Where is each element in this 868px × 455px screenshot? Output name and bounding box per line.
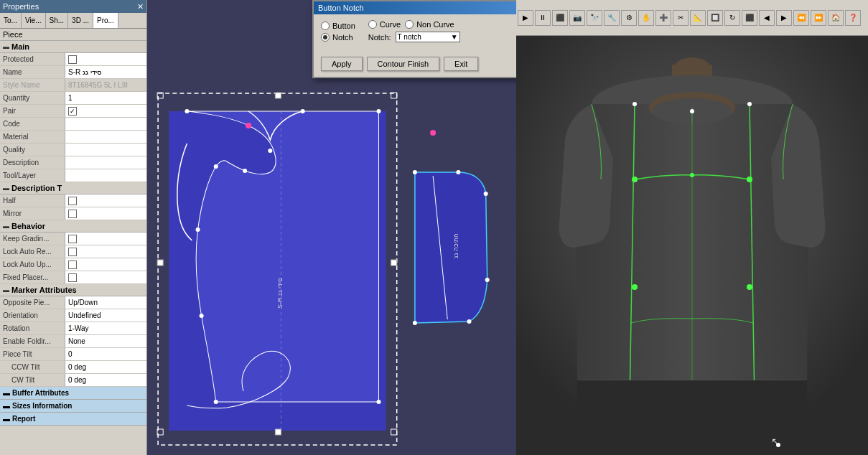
prop-rotation-value[interactable]: 1-Way bbox=[65, 322, 146, 334]
prop-fixed-placer-value[interactable] bbox=[65, 271, 146, 283]
radio-non-curve-circle[interactable] bbox=[405, 20, 414, 29]
protected-checkbox[interactable] bbox=[68, 55, 77, 64]
lock-auto-up-checkbox[interactable] bbox=[68, 261, 77, 269]
toolbar-btn-18[interactable]: ⏩ bbox=[811, 10, 826, 26]
prop-orientation-value[interactable]: Undefined bbox=[65, 309, 146, 322]
prop-lock-auto-up-value[interactable] bbox=[65, 258, 146, 271]
keep-grading-checkbox[interactable] bbox=[68, 235, 77, 243]
prop-lock-auto-re: Lock Auto Re... bbox=[0, 245, 146, 258]
section-description-t[interactable]: ▬ Description T bbox=[0, 182, 146, 194]
apply-button[interactable]: Apply bbox=[321, 57, 363, 71]
toolbar-btn-7[interactable]: ⚙ bbox=[621, 10, 637, 26]
notch-type-select[interactable]: T notch ▼ bbox=[396, 32, 460, 42]
tab-3d[interactable]: 3D ... bbox=[68, 13, 93, 28]
section-marker-attr[interactable]: ▬ Marker Attributes bbox=[0, 284, 146, 296]
prop-half: Half bbox=[0, 194, 146, 207]
exit-button[interactable]: Exit bbox=[444, 57, 478, 71]
toolbar-btn-14[interactable]: ⬛ bbox=[742, 10, 757, 26]
model-view[interactable]: ↖ bbox=[516, 36, 868, 455]
prop-enable-folding-value[interactable]: None bbox=[65, 335, 146, 347]
pair-checkbox[interactable] bbox=[68, 107, 77, 116]
prop-ccw-tilt-value[interactable]: 0 deg bbox=[65, 361, 146, 373]
prop-pair-value[interactable] bbox=[65, 105, 146, 117]
svg-point-12 bbox=[376, 109, 381, 113]
prop-material-value[interactable] bbox=[65, 131, 146, 143]
radio-button-label: Button bbox=[332, 22, 355, 30]
prop-keep-grading-value[interactable] bbox=[65, 233, 146, 245]
toolbar-btn-3[interactable]: ⬛ bbox=[552, 10, 568, 26]
toolbar-btn-4[interactable]: 📷 bbox=[569, 10, 585, 26]
toolbar-btn-13[interactable]: ↻ bbox=[724, 10, 740, 26]
prop-quantity: Quantity 1 bbox=[0, 92, 146, 105]
section-report[interactable]: ▬ Report bbox=[0, 413, 146, 426]
panel-close-icon[interactable]: ✕ bbox=[137, 2, 144, 11]
notch-dropdown-icon[interactable]: ▼ bbox=[451, 33, 458, 41]
canvas-area[interactable]: S-R סידי גג חתיכה גג Button No bbox=[147, 0, 516, 455]
prop-fixed-placer: Fixed Placer... bbox=[0, 271, 146, 284]
prop-opposite-piece-value[interactable]: Up/Down bbox=[65, 296, 146, 309]
toolbar-btn-12[interactable]: 🔲 bbox=[707, 10, 723, 26]
section-main-label: Main bbox=[11, 42, 29, 51]
prop-style-name-value: 8T16845G 5L I LIII bbox=[65, 79, 146, 91]
radio-notch-circle[interactable] bbox=[321, 33, 330, 42]
tab-vie[interactable]: Vie... bbox=[22, 13, 46, 28]
toolbar-btn-9[interactable]: ➕ bbox=[655, 10, 671, 26]
tab-sh[interactable]: Sh... bbox=[46, 13, 69, 28]
prop-half-value[interactable] bbox=[65, 194, 146, 207]
toolbar-btn-2[interactable]: ⏸ bbox=[535, 10, 551, 26]
prop-mirror-value[interactable] bbox=[65, 207, 146, 220]
mirror-checkbox[interactable] bbox=[68, 210, 77, 218]
toolbar-btn-17[interactable]: ⏪ bbox=[793, 10, 809, 26]
prop-protected: Protected bbox=[0, 53, 146, 66]
section-behavior[interactable]: ▬ Behavior bbox=[0, 220, 146, 233]
radio-button-circle[interactable] bbox=[321, 22, 330, 30]
prop-piece-tilt-value[interactable]: 0 bbox=[65, 348, 146, 360]
prop-description-value[interactable] bbox=[65, 156, 146, 169]
prop-code-value[interactable] bbox=[65, 118, 146, 130]
contour-finish-button[interactable]: Contour Finish bbox=[367, 57, 440, 71]
svg-point-13 bbox=[376, 400, 381, 404]
lock-auto-re-checkbox[interactable] bbox=[68, 248, 77, 256]
tab-pro[interactable]: Pro... bbox=[93, 13, 118, 28]
dialog-title: Button Notch ✕ bbox=[314, 1, 516, 14]
toolbar-btn-8[interactable]: ✋ bbox=[638, 10, 654, 26]
toolbar-btn-11[interactable]: 📐 bbox=[690, 10, 706, 26]
section-buffer-label: Buffer Attributes bbox=[12, 389, 69, 397]
prop-name-label: Name bbox=[0, 67, 65, 77]
radio-notch-item[interactable]: Notch bbox=[321, 33, 355, 42]
toolbar-btn-6[interactable]: 🔧 bbox=[604, 10, 620, 26]
section-buffer-attr[interactable]: ▬ Buffer Attributes bbox=[0, 387, 146, 400]
section-main[interactable]: ▬ Main bbox=[0, 41, 146, 53]
radio-curve-item[interactable]: Curve bbox=[368, 20, 401, 29]
prop-cw-tilt-value[interactable]: 0 deg bbox=[65, 374, 146, 386]
toolbar-btn-19[interactable]: 🏠 bbox=[828, 10, 844, 26]
prop-lock-auto-re-value[interactable] bbox=[65, 245, 146, 258]
prop-protected-value[interactable] bbox=[65, 53, 146, 65]
toolbar-btn-play[interactable]: ▶ bbox=[518, 10, 533, 26]
prop-material-label: Material bbox=[0, 132, 65, 141]
radio-button-item[interactable]: Button bbox=[321, 22, 355, 30]
button-notch-radio-group: Button Notch bbox=[321, 22, 355, 42]
toolbar-btn-15[interactable]: ◀ bbox=[759, 10, 775, 26]
svg-point-31 bbox=[413, 321, 417, 325]
toolbar-btn-10[interactable]: ✂ bbox=[673, 10, 689, 26]
prop-quantity-value[interactable]: 1 bbox=[65, 92, 146, 104]
svg-point-5 bbox=[268, 149, 272, 153]
prop-quality-value[interactable] bbox=[65, 144, 146, 156]
prop-tool-layer-value[interactable] bbox=[65, 169, 146, 182]
radio-curve-circle[interactable] bbox=[368, 20, 377, 29]
toolbar-btn-16[interactable]: ▶ bbox=[776, 10, 792, 26]
fixed-placer-checkbox[interactable] bbox=[68, 273, 77, 282]
toolbar-btn-5[interactable]: 🔭 bbox=[587, 10, 602, 26]
radio-non-curve-item[interactable]: Non Curve bbox=[405, 20, 454, 29]
left-panel: Properties ✕ To... Vie... Sh... 3D ... P… bbox=[0, 0, 147, 455]
toolbar-btn-20[interactable]: ❓ bbox=[845, 10, 861, 26]
prop-quality: Quality bbox=[0, 144, 146, 156]
half-checkbox[interactable] bbox=[68, 197, 77, 205]
panel-title-bar: Properties ✕ bbox=[0, 0, 146, 13]
tab-to[interactable]: To... bbox=[0, 13, 22, 28]
collapse-desc-icon: ▬ bbox=[3, 184, 9, 192]
section-sizes-info[interactable]: ▬ Sizes Information bbox=[0, 400, 146, 413]
svg-text:S-R סידי גג: S-R סידי גג bbox=[276, 278, 284, 309]
prop-name-value[interactable]: S-R סידי גג bbox=[65, 66, 146, 78]
